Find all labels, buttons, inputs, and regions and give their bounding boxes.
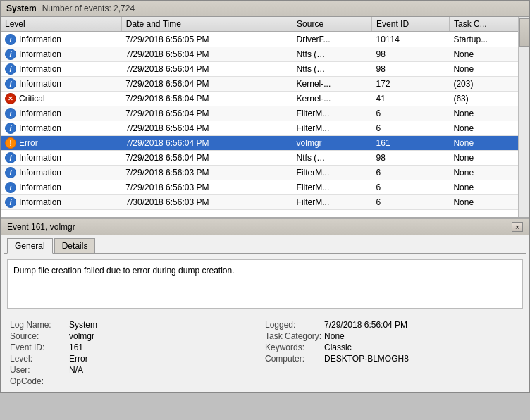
detail-title-bar: Event 161, volmgr ×	[1, 219, 529, 235]
table-row[interactable]: Information7/29/2018 6:56:05 PMDriverF..…	[1, 32, 529, 47]
cell-taskcategory: None	[449, 195, 529, 210]
cell-source: Ntfs (…	[292, 62, 372, 77]
info-icon	[5, 197, 16, 208]
cell-source: FilterM...	[292, 121, 372, 136]
cell-taskcategory: None	[449, 136, 529, 151]
main-window: System Number of events: 2,724 Level Dat…	[0, 0, 530, 393]
col-taskcategory[interactable]: Task C...	[449, 17, 529, 32]
cell-eventid: 6	[372, 180, 450, 195]
info-icon	[5, 63, 16, 75]
cell-level: Information	[1, 180, 121, 195]
scrollbar-thumb[interactable]	[519, 18, 529, 47]
table-row[interactable]: Information7/29/2018 6:56:04 PMNtfs (…98…	[1, 151, 529, 166]
table-row[interactable]: Information7/29/2018 6:56:04 PMFilterM..…	[1, 121, 529, 136]
detail-row: Keywords:Classic	[265, 342, 520, 352]
cell-datetime: 7/29/2018 6:56:04 PM	[121, 106, 292, 121]
level-text: Information	[19, 109, 61, 118]
detail-row: Log Name:System	[10, 320, 265, 330]
detail-row: Event ID:161	[10, 342, 265, 352]
cell-taskcategory: (203)	[449, 77, 529, 92]
event-details: Log Name:SystemSource:volmgrEvent ID:161…	[1, 314, 529, 392]
close-button[interactable]: ×	[512, 222, 523, 232]
table-row[interactable]: Critical7/29/2018 6:56:04 PMKernel-...41…	[1, 92, 529, 106]
table-row[interactable]: Information7/29/2018 6:56:04 PMNtfs (…98…	[1, 62, 529, 77]
cell-eventid: 98	[372, 62, 450, 77]
cell-eventid: 6	[372, 106, 450, 121]
table-row[interactable]: Information7/30/2018 6:56:03 PMFilterM..…	[1, 195, 529, 210]
level-text: Critical	[19, 94, 45, 104]
cell-source: volmgr	[292, 136, 372, 151]
cell-datetime: 7/29/2018 6:56:03 PM	[121, 180, 292, 195]
detail-value: None	[324, 331, 345, 341]
cell-taskcategory: None	[449, 106, 529, 121]
cell-level: Information	[1, 77, 121, 92]
cell-source: Ntfs (…	[292, 47, 372, 62]
table-row[interactable]: Information7/29/2018 6:56:04 PMNtfs (…98…	[1, 47, 529, 62]
detail-row: Level:Error	[10, 354, 265, 364]
tab-border	[4, 253, 526, 254]
detail-row: Logged:7/29/2018 6:56:04 PM	[265, 320, 520, 330]
info-icon	[5, 34, 16, 45]
critical-icon	[5, 93, 16, 104]
cell-level: Information	[1, 151, 121, 166]
error-icon	[5, 137, 16, 149]
table-row[interactable]: Information7/29/2018 6:56:04 PMKernel-..…	[1, 77, 529, 92]
info-icon	[5, 78, 16, 89]
level-text: Information	[19, 153, 61, 163]
tab-details[interactable]: Details	[54, 238, 96, 253]
cell-eventid: 6	[372, 195, 450, 210]
table-row[interactable]: Information7/29/2018 6:56:03 PMFilterM..…	[1, 166, 529, 180]
detail-label: Keywords:	[265, 342, 321, 352]
level-text: Information	[19, 197, 61, 207]
detail-label: Log Name:	[10, 320, 66, 330]
cell-source: FilterM...	[292, 106, 372, 121]
table-row[interactable]: Information7/29/2018 6:56:03 PMFilterM..…	[1, 180, 529, 195]
detail-value: Classic	[324, 342, 352, 352]
col-source[interactable]: Source	[292, 17, 372, 32]
cell-taskcategory: (63)	[449, 92, 529, 106]
cell-eventid: 172	[372, 77, 450, 92]
cell-level: Information	[1, 62, 121, 77]
col-eventid[interactable]: Event ID	[372, 17, 450, 32]
cell-eventid: 98	[372, 151, 450, 166]
detail-label: Task Category:	[265, 331, 321, 341]
level-text: Information	[19, 79, 61, 89]
table-row[interactable]: Error7/29/2018 6:56:04 PMvolmgr161None	[1, 136, 529, 151]
tab-general[interactable]: General	[7, 238, 53, 254]
cell-eventid: 6	[372, 166, 450, 180]
cell-level: Error	[1, 136, 121, 151]
detail-col-right: Logged:7/29/2018 6:56:04 PMTask Category…	[265, 320, 520, 386]
cell-eventid: 10114	[372, 32, 450, 47]
cell-source: FilterM...	[292, 166, 372, 180]
detail-label: Logged:	[265, 320, 321, 330]
detail-row: Task Category:None	[265, 331, 520, 341]
detail-row: OpCode:	[10, 376, 265, 386]
cell-source: FilterM...	[292, 180, 372, 195]
level-text: Error	[19, 138, 38, 148]
level-text: Information	[19, 183, 61, 192]
cell-level: Information	[1, 166, 121, 180]
app-title: System	[6, 4, 37, 13]
tabs-bar: General Details	[1, 235, 529, 253]
cell-level: Information	[1, 106, 121, 121]
table-scrollbar[interactable]	[518, 17, 529, 217]
detail-label: Event ID:	[10, 342, 66, 352]
cell-level: Information	[1, 195, 121, 210]
col-datetime[interactable]: Date and Time	[121, 17, 292, 32]
cell-eventid: 98	[372, 47, 450, 62]
cell-source: FilterM...	[292, 195, 372, 210]
cell-taskcategory: Startup...	[449, 32, 529, 47]
table-row[interactable]: Information7/29/2018 6:56:04 PMFilterM..…	[1, 106, 529, 121]
cell-datetime: 7/29/2018 6:56:04 PM	[121, 121, 292, 136]
cell-eventid: 41	[372, 92, 450, 106]
info-icon	[5, 123, 16, 134]
detail-label: User:	[10, 365, 66, 375]
info-icon	[5, 182, 16, 193]
cell-level: Information	[1, 121, 121, 136]
detail-label: OpCode:	[10, 376, 66, 386]
level-text: Information	[19, 123, 61, 133]
detail-panel: Event 161, volmgr × General Details Dump…	[1, 218, 529, 393]
cell-taskcategory: None	[449, 47, 529, 62]
cell-taskcategory: None	[449, 180, 529, 195]
col-level[interactable]: Level	[1, 17, 121, 32]
